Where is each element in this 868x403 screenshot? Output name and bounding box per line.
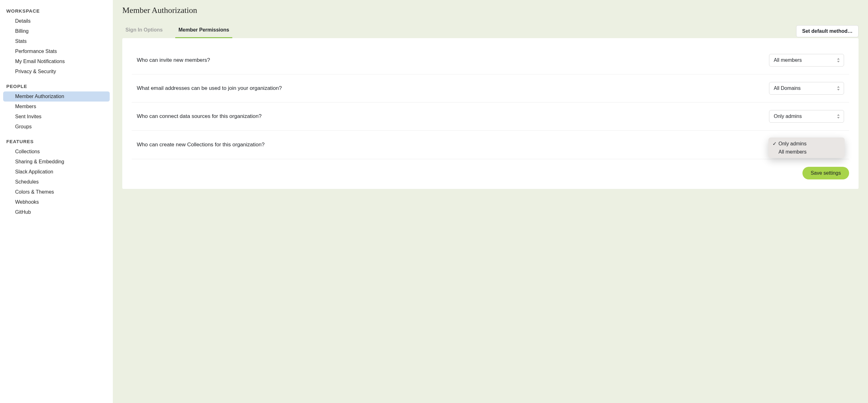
select-box[interactable]: All Domains bbox=[769, 82, 844, 95]
sidebar-item-details[interactable]: Details bbox=[3, 16, 110, 26]
sidebar-item-privacy-security[interactable]: Privacy & Security bbox=[3, 66, 110, 77]
sidebar-item-label: Privacy & Security bbox=[15, 69, 56, 74]
sidebar-item-label: Collections bbox=[15, 149, 40, 154]
sidebar-item-my-email-notifications[interactable]: My Email Notifications bbox=[3, 56, 110, 66]
sidebar-item-groups[interactable]: Groups bbox=[3, 122, 110, 132]
select-value: All Domains bbox=[774, 85, 801, 91]
setting-label: What email addresses can be used to join… bbox=[137, 85, 282, 91]
sidebar-item-billing[interactable]: Billing bbox=[3, 26, 110, 36]
sidebar-item-label: Billing bbox=[15, 28, 29, 34]
setting-row: Who can create new Collections for this … bbox=[132, 131, 849, 159]
panel-footer: Save settings bbox=[132, 159, 849, 179]
sidebar-item-stats[interactable]: Stats bbox=[3, 36, 110, 46]
main-content: Member Authorization Sign In OptionsMemb… bbox=[113, 0, 868, 403]
sidebar-item-performance-stats[interactable]: Performance Stats bbox=[3, 46, 110, 56]
tab-member-permissions[interactable]: Member Permissions bbox=[175, 24, 232, 38]
sidebar-item-label: Performance Stats bbox=[15, 49, 57, 54]
check-icon: ✓ bbox=[772, 141, 777, 147]
sidebar-item-label: GitHub bbox=[15, 209, 31, 215]
sidebar-item-collections[interactable]: Collections bbox=[3, 147, 110, 157]
select-wrap: Only admins bbox=[769, 110, 844, 123]
sidebar-item-label: My Email Notifications bbox=[15, 59, 65, 64]
select-wrap: All members bbox=[769, 54, 844, 66]
sidebar-section-header: WORKSPACE bbox=[0, 6, 113, 16]
select-box[interactable]: Only admins bbox=[769, 110, 844, 123]
sidebar-item-label: Webhooks bbox=[15, 199, 39, 205]
sidebar-item-label: Colors & Themes bbox=[15, 189, 54, 195]
select-wrap: All Domains bbox=[769, 82, 844, 95]
sidebar-item-github[interactable]: GitHub bbox=[3, 207, 110, 217]
sidebar-section-header: PEOPLE bbox=[0, 81, 113, 91]
select-box[interactable]: All members bbox=[769, 54, 844, 66]
sidebar-item-label: Details bbox=[15, 18, 31, 24]
sidebar-item-label: Sent Invites bbox=[15, 114, 41, 119]
setting-label: Who can connect data sources for this or… bbox=[137, 113, 261, 119]
chevron-up-down-icon bbox=[837, 86, 840, 90]
sidebar-item-label: Sharing & Embedding bbox=[15, 159, 64, 164]
chevron-up-down-icon bbox=[837, 58, 840, 62]
setting-label: Who can create new Collections for this … bbox=[137, 142, 265, 148]
sidebar-section-header: FEATURES bbox=[0, 136, 113, 147]
setting-label: Who can invite new members? bbox=[137, 57, 210, 63]
sidebar-item-label: Schedules bbox=[15, 179, 39, 184]
dropdown-option-only-admins[interactable]: ✓Only admins bbox=[770, 139, 843, 148]
dropdown-option-all-members[interactable]: All members bbox=[770, 148, 843, 156]
chevron-up-down-icon bbox=[837, 114, 840, 119]
sidebar-item-schedules[interactable]: Schedules bbox=[3, 177, 110, 187]
select-value: All members bbox=[774, 57, 802, 63]
setting-row: Who can invite new members?All members bbox=[132, 51, 849, 75]
sidebar-item-label: Member Authorization bbox=[15, 94, 64, 99]
dropdown-option-label: All members bbox=[778, 149, 807, 155]
tabs: Sign In OptionsMember Permissions bbox=[122, 24, 232, 38]
sidebar-item-sent-invites[interactable]: Sent Invites bbox=[3, 112, 110, 122]
sidebar-item-slack-application[interactable]: Slack Application bbox=[3, 167, 110, 177]
sidebar-item-sharing-embedding[interactable]: Sharing & Embedding bbox=[3, 157, 110, 167]
page-title: Member Authorization bbox=[122, 6, 859, 15]
select-dropdown: ✓Only adminsAll members bbox=[768, 138, 845, 158]
sidebar-item-label: Slack Application bbox=[15, 169, 53, 174]
sidebar-item-label: Groups bbox=[15, 124, 32, 129]
setting-row: What email addresses can be used to join… bbox=[132, 75, 849, 103]
save-settings-button[interactable]: Save settings bbox=[802, 167, 849, 179]
set-default-method-button[interactable]: Set default method… bbox=[796, 25, 859, 37]
sidebar-item-member-authorization[interactable]: Member Authorization bbox=[3, 91, 110, 102]
select-value: Only admins bbox=[774, 114, 802, 119]
dropdown-option-label: Only admins bbox=[778, 141, 807, 147]
sidebar-item-label: Members bbox=[15, 104, 36, 109]
sidebar-item-members[interactable]: Members bbox=[3, 102, 110, 112]
settings-panel: Who can invite new members?All membersWh… bbox=[122, 38, 859, 189]
sidebar-item-label: Stats bbox=[15, 38, 27, 44]
select-wrap: ✓Only adminsAll members bbox=[769, 138, 844, 151]
sidebar-item-webhooks[interactable]: Webhooks bbox=[3, 197, 110, 207]
sidebar-item-colors-themes[interactable]: Colors & Themes bbox=[3, 187, 110, 197]
tab-bar: Sign In OptionsMember Permissions Set de… bbox=[122, 24, 859, 38]
setting-row: Who can connect data sources for this or… bbox=[132, 103, 849, 131]
sidebar: WORKSPACEDetailsBillingStatsPerformance … bbox=[0, 0, 113, 403]
tab-sign-in-options[interactable]: Sign In Options bbox=[122, 24, 166, 38]
